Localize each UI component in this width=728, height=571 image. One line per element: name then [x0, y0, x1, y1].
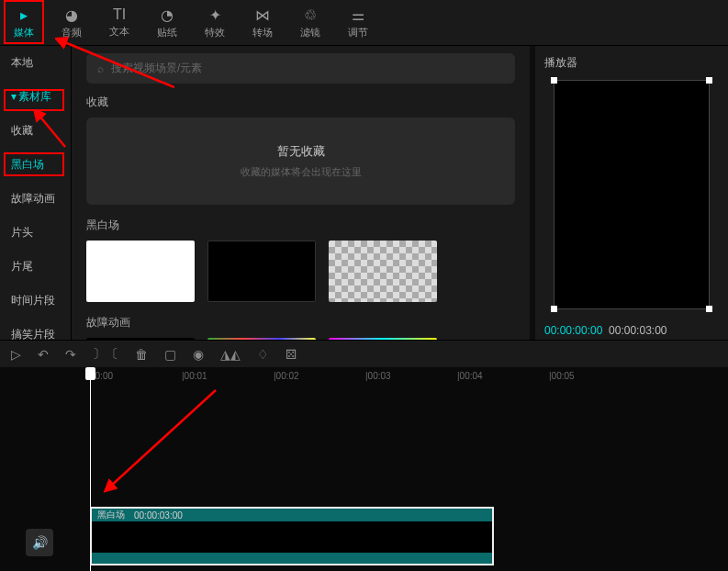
cursor-tool[interactable]: ▷: [11, 347, 21, 362]
nav-label: 音频: [62, 26, 82, 39]
nav-filter[interactable]: ♲滤镜: [286, 0, 334, 45]
speaker-icon: 🔊: [32, 535, 48, 550]
fav-empty: 暂无收藏 收藏的媒体将会出现在这里: [86, 118, 515, 205]
crop-tool[interactable]: ⚄: [286, 347, 297, 362]
thumb2-c[interactable]: [329, 338, 437, 340]
thumb-black[interactable]: [207, 241, 316, 302]
ruler[interactable]: 00:00 |00:01 |00:02 |00:03 |00:04 |00:05: [90, 371, 728, 387]
section-fav: 收藏: [86, 95, 515, 110]
time-display: 00:00:00:00 00:00:03:00: [544, 324, 719, 337]
nav-label: 滤镜: [300, 26, 320, 39]
handle-icon[interactable]: [551, 306, 557, 312]
player-panel: 播放器 00:00:00:00 00:00:03:00: [535, 46, 728, 340]
timeline[interactable]: 00:00 |00:01 |00:02 |00:03 |00:04 |00:05…: [0, 367, 728, 571]
side-local[interactable]: 本地: [0, 46, 71, 80]
handle-icon[interactable]: [706, 306, 712, 312]
filter-icon: ♲: [304, 6, 317, 24]
thumb2-a[interactable]: [86, 338, 195, 340]
search-placeholder: 搜索视频场景/元素: [111, 61, 202, 76]
time-duration: 00:00:03:00: [606, 324, 667, 337]
delete-tool[interactable]: 🗑: [135, 347, 148, 362]
fav-title: 暂无收藏: [86, 143, 515, 160]
clip-header: 黑白场 00:00:03:00: [92, 509, 492, 521]
mirror-tool[interactable]: ◮◭: [220, 347, 241, 362]
nav-label: 贴纸: [157, 26, 177, 39]
side-intro[interactable]: 片头: [0, 216, 71, 250]
tick: 00:00: [90, 371, 182, 387]
nav-effect[interactable]: ✦特效: [191, 0, 239, 45]
nav-text[interactable]: TI文本: [95, 0, 143, 45]
side-fav[interactable]: 收藏: [0, 114, 71, 148]
clip[interactable]: 黑白场 00:00:03:00: [90, 507, 494, 565]
thumb-row: [86, 241, 515, 302]
nav-adjust[interactable]: ⚌调节: [334, 0, 382, 45]
top-nav: ▸媒体 ◕音频 TI文本 ◔贴纸 ✦特效 ⋈转场 ♲滤镜 ⚌调节: [0, 0, 728, 46]
nav-label: 特效: [205, 26, 225, 39]
transition-icon: ⋈: [255, 6, 270, 24]
undo-tool[interactable]: ↶: [38, 347, 49, 362]
fav-sub: 收藏的媒体将会出现在这里: [86, 165, 515, 179]
clip-duration: 00:00:03:00: [134, 510, 183, 521]
sidebar: 本地 ▾素材库 收藏 黑白场 故障动画 片头 片尾 时间片段 搞笑片段: [0, 46, 72, 340]
text-icon: TI: [113, 6, 126, 23]
clip-name: 黑白场: [97, 509, 125, 521]
mute-button[interactable]: 🔊: [26, 529, 53, 556]
search-icon: ⌕: [97, 62, 104, 75]
nav-label: 文本: [109, 25, 129, 39]
section-bw: 黑白场: [86, 218, 515, 233]
nav-label: 调节: [348, 26, 368, 39]
clip-body: [92, 521, 492, 553]
clip-foot: [92, 553, 492, 564]
side-time[interactable]: 时间片段: [0, 284, 71, 318]
adjust-icon: ⚌: [352, 6, 364, 24]
handle-icon[interactable]: [706, 77, 712, 84]
thumb-row-2: [86, 338, 515, 340]
nav-label: 转场: [252, 26, 273, 39]
nav-sticker[interactable]: ◔贴纸: [143, 0, 191, 45]
side-outro[interactable]: 片尾: [0, 250, 71, 284]
section-glitch: 故障动画: [86, 315, 515, 330]
thumb2-b[interactable]: [207, 338, 316, 340]
side-library[interactable]: ▾素材库: [0, 80, 71, 114]
playhead-head[interactable]: [85, 367, 95, 380]
side-label: 素材库: [18, 90, 51, 103]
tick: |00:04: [457, 371, 549, 387]
nav-label: 媒体: [14, 26, 34, 39]
tick: |00:01: [182, 371, 274, 387]
content-panel: ⌕搜索视频场景/元素 收藏 暂无收藏 收藏的媒体将会出现在这里 黑白场 故障动画: [72, 46, 530, 340]
thumb-transparent[interactable]: [329, 241, 437, 302]
side-funny[interactable]: 搞笑片段: [0, 318, 71, 340]
nav-transition[interactable]: ⋈转场: [239, 0, 286, 45]
tick: |00:02: [274, 371, 365, 387]
player-view[interactable]: [554, 80, 710, 309]
search-input[interactable]: ⌕搜索视频场景/元素: [86, 53, 515, 84]
timeline-toolbar: ▷ ↶ ↷ 〕〔 🗑 ▢ ◉ ◮◭ ♢ ⚄: [0, 340, 728, 367]
nav-audio[interactable]: ◕音频: [48, 0, 95, 45]
tick: |00:03: [365, 371, 457, 387]
side-bw[interactable]: 黑白场: [0, 148, 71, 182]
redo-tool[interactable]: ↷: [65, 347, 76, 362]
caret-icon: ▾: [11, 90, 17, 103]
tick: |00:05: [549, 371, 641, 387]
nav-media[interactable]: ▸媒体: [0, 0, 48, 45]
sticker-icon: ◔: [161, 6, 174, 24]
copy-tool[interactable]: ▢: [164, 347, 176, 362]
media-icon: ▸: [20, 6, 28, 24]
time-current: 00:00:00:00: [544, 324, 602, 337]
thumb-white[interactable]: [86, 241, 195, 302]
effect-icon: ✦: [209, 6, 221, 24]
side-glitch[interactable]: 故障动画: [0, 182, 71, 216]
rotate-tool[interactable]: ♢: [257, 347, 269, 362]
handle-icon[interactable]: [551, 77, 557, 84]
split-tool[interactable]: 〕〔: [93, 346, 118, 363]
speed-tool[interactable]: ◉: [193, 347, 204, 362]
player-title: 播放器: [544, 55, 719, 71]
audio-icon: ◕: [65, 6, 78, 24]
